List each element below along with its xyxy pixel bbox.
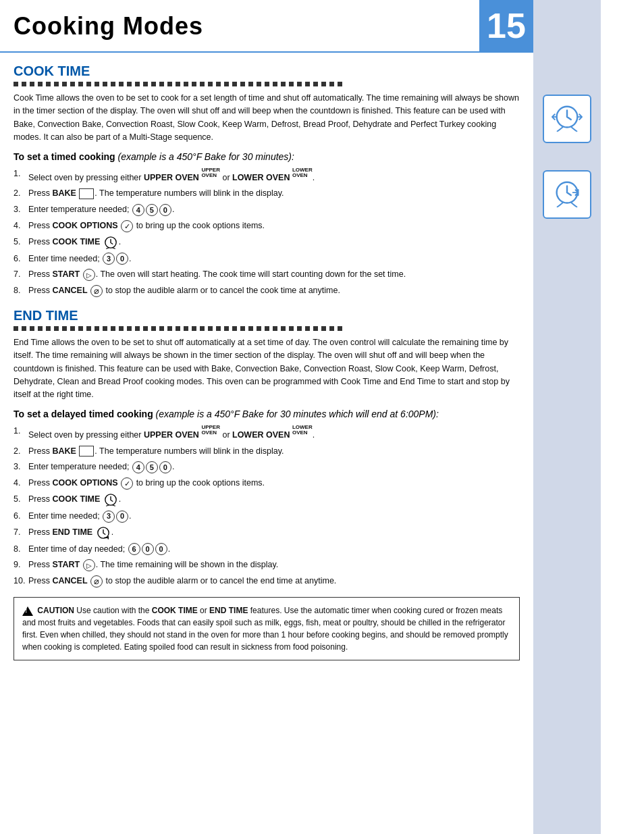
sidebar-end-time-svg [551, 178, 583, 211]
end-time-intro: End Time allows the oven to be set to sh… [14, 336, 520, 402]
et-step-6: 6. Enter time needed; 30. [14, 510, 520, 523]
sidebar-end-time-icon-box [543, 170, 591, 219]
et-step-8: 8. Enter time of day needed; 600. [14, 543, 520, 556]
step-4: 4. Press COOK OPTIONS to bring up the co… [14, 219, 520, 232]
step-1: 1. Select oven by pressing either UPPER … [14, 167, 520, 184]
cook-time-subsection-title: To set a timed cooking (example is a 450… [14, 151, 520, 162]
et-step-9: 9. Press START . The time remaining will… [14, 558, 520, 571]
cook-time-steps: 1. Select oven by pressing either UPPER … [14, 167, 520, 297]
end-time-icon-inline [97, 526, 110, 540]
et-step-5: 5. Press COOK TIME . [14, 493, 520, 506]
et-cook-options-icon [121, 477, 133, 490]
dot-divider-1 [14, 82, 520, 86]
cancel-icon [90, 285, 103, 297]
et-step-3: 3. Enter temperature needed; 450. [14, 461, 520, 473]
page-title-area: Cooking Modes [0, 0, 479, 51]
et-step-4: 4. Press COOK OPTIONS to bring up the co… [14, 477, 520, 490]
page-number: 15 [479, 0, 533, 51]
start-icon [83, 269, 95, 281]
et-step-10: 10. Press CANCEL to stop the audible ala… [14, 575, 520, 588]
sidebar [533, 0, 601, 834]
caution-text: Use caution with the COOK TIME or END TI… [22, 606, 508, 652]
step-6: 6. Enter time needed; 30. [14, 253, 520, 265]
caution-label: CAUTION [37, 606, 74, 615]
sidebar-cook-time-icon-box [543, 95, 591, 143]
cook-time-title: COOK TIME [14, 63, 520, 79]
et-step-7: 7. Press END TIME . [14, 526, 520, 540]
caution-box: CAUTION Use caution with the COOK TIME o… [14, 597, 520, 660]
cook-options-icon [121, 220, 133, 232]
end-time-subsection-title: To set a delayed timed cooking (example … [14, 409, 520, 419]
caution-triangle-icon [22, 606, 33, 616]
end-time-section: END TIME End Time allows the oven to be … [0, 308, 533, 588]
step-3: 3. Enter temperature needed; 450. [14, 203, 520, 216]
end-time-steps: 1. Select oven by pressing either UPPER … [14, 425, 520, 588]
step-5: 5. Press COOK TIME . [14, 236, 520, 249]
page-wrapper: Cooking Modes 15 COOK TIME Cook Time all… [0, 0, 644, 834]
page-header: Cooking Modes 15 [0, 0, 533, 53]
et-cook-time-icon-inline [104, 493, 117, 506]
dot-divider-2 [14, 326, 520, 331]
step-2: 2. Press BAKE . The temperature numbers … [14, 187, 520, 200]
cook-time-intro: Cook Time allows the oven to be set to c… [14, 92, 520, 145]
et-step-2: 2. Press BAKE . The temperature numbers … [14, 445, 520, 458]
cook-time-icon-inline [104, 236, 117, 249]
et-start-icon [83, 559, 95, 571]
step-7: 7. Press START . The oven will start hea… [14, 268, 520, 281]
main-content: Cooking Modes 15 COOK TIME Cook Time all… [0, 0, 533, 834]
et-bake-btn-icon [79, 446, 94, 457]
end-time-title: END TIME [14, 308, 520, 323]
et-cancel-icon [90, 575, 103, 588]
bake-btn-icon [79, 188, 94, 199]
page-title: Cooking Modes [14, 12, 203, 40]
sidebar-cook-time-svg [551, 103, 583, 135]
et-step-1: 1. Select oven by pressing either UPPER … [14, 425, 520, 442]
cook-time-section: COOK TIME Cook Time allows the oven to b… [0, 63, 533, 297]
step-8: 8. Press CANCEL to stop the audible alar… [14, 284, 520, 297]
